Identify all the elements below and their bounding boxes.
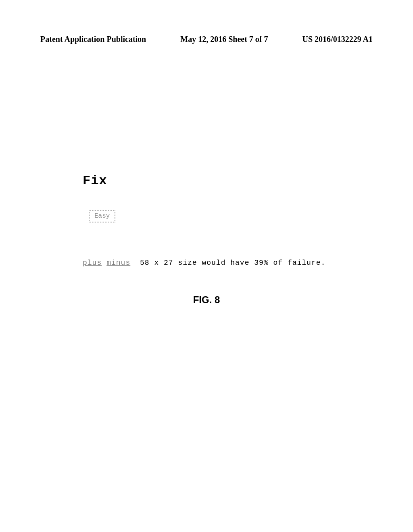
easy-button-container: Easy — [89, 210, 333, 222]
easy-button[interactable]: Easy — [89, 210, 115, 222]
page-header: Patent Application Publication May 12, 2… — [40, 35, 373, 44]
failure-text: 58 x 27 size would have 39% of failure. — [135, 259, 325, 267]
header-center: May 12, 2016 Sheet 7 of 7 — [180, 35, 268, 44]
plus-link[interactable]: plus — [83, 259, 102, 267]
failure-status-line: plusminus 58 x 27 size would have 39% of… — [83, 259, 333, 267]
figure-caption: FIG. 8 — [0, 294, 413, 305]
header-left: Patent Application Publication — [40, 35, 146, 44]
header-right: US 2016/0132229 A1 — [302, 35, 373, 44]
figure-8: Fix Easy plusminus 58 x 27 size would ha… — [83, 173, 333, 267]
patent-page: Patent Application Publication May 12, 2… — [0, 0, 413, 532]
fix-heading: Fix — [83, 173, 333, 188]
minus-link[interactable]: minus — [106, 259, 130, 267]
